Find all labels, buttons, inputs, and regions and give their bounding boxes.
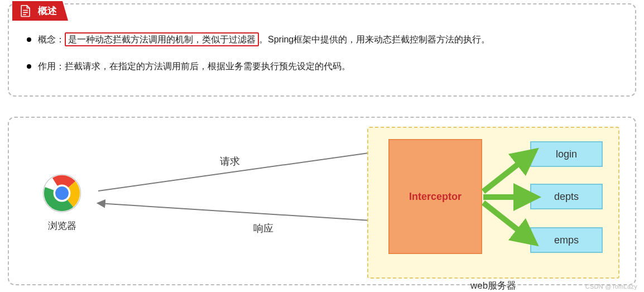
chrome-icon [42, 205, 81, 214]
interceptor-box: Interceptor [388, 139, 482, 254]
svg-line-9 [483, 155, 530, 192]
request-label: 请求 [220, 155, 240, 168]
bullet-concept-suffix: 。Spring框架中提供的，用来动态拦截控制器方法的执行。 [259, 35, 490, 44]
interceptor-arrows [480, 138, 541, 261]
bullet-concept-highlight: 是一种动态拦截方法调用的机制，类似于过滤器 [65, 32, 259, 46]
request-response-arrows [93, 143, 394, 238]
endpoint-emps-label: emps [554, 234, 579, 246]
svg-point-6 [55, 186, 69, 200]
interceptor-label: Interceptor [409, 191, 462, 203]
bullet-concept-prefix: 概念： [38, 35, 65, 44]
panel-title: 概述 [38, 4, 57, 17]
endpoint-login-label: login [556, 149, 577, 160]
endpoint-depts-label: depts [554, 191, 579, 203]
diagram-panel: 浏览器 请求 响应 Interceptor login depts emps [8, 117, 636, 285]
bullet-concept: 概念：是一种动态拦截方法调用的机制，类似于过滤器。Spring框架中提供的，用来… [22, 32, 622, 47]
web-server-box: Interceptor login depts emps web服务器 [367, 127, 619, 279]
svg-line-7 [98, 150, 388, 191]
bullet-list: 概念：是一种动态拦截方法调用的机制，类似于过滤器。Spring框架中提供的，用来… [22, 32, 622, 73]
svg-line-8 [98, 203, 388, 222]
web-server-label: web服务器 [470, 279, 516, 292]
panel-header: 概述 [12, 1, 68, 21]
svg-line-11 [483, 203, 530, 240]
document-icon [20, 5, 31, 17]
watermark: CSDN @TomLazy [585, 283, 637, 290]
response-label: 响应 [253, 222, 273, 235]
browser-label: 浏览器 [42, 219, 81, 232]
overview-panel: 概述 概念：是一种动态拦截方法调用的机制，类似于过滤器。Spring框架中提供的… [8, 3, 636, 97]
browser-node: 浏览器 [42, 174, 81, 232]
bullet-purpose: 作用：拦截请求，在指定的方法调用前后，根据业务需要执行预先设定的代码。 [22, 59, 622, 74]
